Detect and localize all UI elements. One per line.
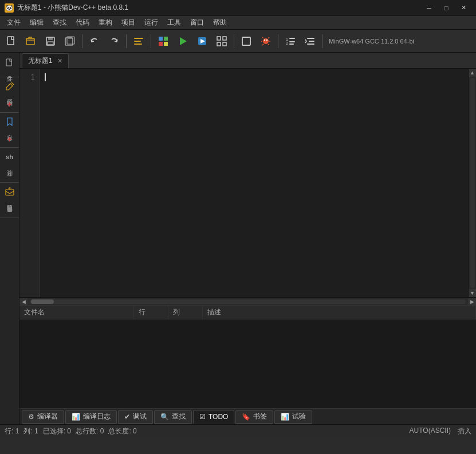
svg-rect-1 — [26, 38, 34, 45]
svg-point-23 — [263, 38, 269, 44]
editor-tab[interactable]: 无标题1 ✕ — [22, 53, 69, 68]
svg-rect-37 — [307, 38, 314, 39]
trial-tab-icon: 📊 — [281, 413, 289, 421]
sidebar-group-file: 文件 — [0, 55, 19, 77]
bottom-tab-todo[interactable]: ☑TODO — [193, 410, 234, 424]
compile-log-tab-icon: 📊 — [72, 413, 80, 421]
compiler-tab-icon: ⚙ — [28, 413, 34, 421]
menu-item-运行[interactable]: 运行 — [140, 17, 163, 29]
svg-rect-40 — [6, 59, 11, 66]
box-icon — [4, 186, 15, 198]
svg-rect-21 — [223, 42, 226, 46]
svg-rect-4 — [48, 42, 53, 45]
sidebar-group-edit: 层编辑 + — [0, 78, 19, 113]
sidebar-box-label: 操题匣 — [6, 198, 14, 204]
toolbar-sep-2 — [126, 34, 127, 48]
minimize-button[interactable]: ─ — [421, 2, 437, 14]
bookmarks-tab-label: 书签 — [253, 412, 267, 421]
svg-marker-42 — [7, 118, 12, 125]
line-num-button[interactable]: 1 2 — [281, 32, 300, 50]
menu-item-代码[interactable]: 代码 — [71, 17, 94, 29]
code-content[interactable] — [40, 69, 468, 297]
code-editor[interactable]: 1 — [19, 69, 468, 297]
status-row: 行: 1 — [5, 427, 19, 436]
menu-item-文件[interactable]: 文件 — [2, 17, 25, 29]
vscroll-up-arrow[interactable]: ▲ — [469, 69, 477, 77]
search-tab-icon: 🔍 — [160, 413, 169, 421]
bottom-tab-bookmarks[interactable]: 🔖书签 — [235, 410, 273, 424]
save-all-button[interactable] — [61, 32, 79, 50]
redo-button[interactable] — [105, 32, 123, 50]
sidebar-edit-label: 层编辑 — [6, 92, 14, 98]
menu-item-工具[interactable]: 工具 — [163, 17, 186, 29]
menu-item-窗口[interactable]: 窗口 — [186, 17, 209, 29]
menu-item-重构[interactable]: 重构 — [94, 17, 117, 29]
tab-close-button[interactable]: ✕ — [57, 57, 62, 65]
bottom-tab-debug[interactable]: ✔调试 — [118, 410, 153, 424]
bottom-tab-search[interactable]: 🔍查找 — [154, 410, 192, 424]
open-file-button[interactable] — [22, 32, 40, 50]
svg-point-25 — [266, 39, 267, 40]
bottom-tab-compiler[interactable]: ⚙编译器 — [22, 410, 64, 424]
sidebar-mark-label: 定标 — [6, 128, 14, 133]
undo-button[interactable] — [85, 32, 104, 50]
svg-rect-35 — [289, 41, 295, 42]
menu-bar: 文件编辑查找代码重构项目运行工具窗口帮助 — [0, 16, 476, 30]
toolbar: 1 2 MinGW-w64 GCC 11.2.0 64-bi — [0, 30, 476, 53]
edit-icon — [4, 81, 15, 92]
grid-button[interactable] — [213, 32, 231, 50]
svg-line-26 — [262, 37, 263, 38]
svg-point-24 — [264, 39, 265, 40]
sidebar-group-plan: sh 计划 d — [0, 149, 19, 183]
menu-item-项目[interactable]: 项目 — [117, 17, 140, 29]
file-icon — [4, 57, 15, 69]
bottom-tab-compile-log[interactable]: 📊编译日志 — [65, 410, 117, 424]
svg-rect-12 — [164, 37, 168, 41]
svg-line-30 — [262, 44, 263, 45]
col-header-filename: 文件名 — [19, 306, 134, 319]
toolbar-sep-1 — [82, 34, 82, 48]
sidebar-group-mark: 定标 + — [0, 114, 19, 148]
color-button[interactable] — [154, 32, 172, 50]
close-button[interactable]: ✕ — [455, 2, 471, 14]
toolbar-sep-4 — [234, 34, 234, 48]
vscroll-track[interactable] — [470, 78, 475, 288]
menu-item-编辑[interactable]: 编辑 — [25, 17, 48, 29]
mark-icon — [4, 116, 15, 128]
status-right: AUTO(ASCII) 插入 — [410, 427, 471, 436]
vscroll-down-arrow[interactable]: ▼ — [469, 289, 477, 297]
code-editor-container: 1 ▲ ▼ — [19, 69, 476, 297]
bottom-tabs: ⚙编译器📊编译日志✔调试🔍查找☑TODO🔖书签📊试验 — [19, 408, 476, 424]
title-bar: 🐼 无标题1 - 小熊猫Dev-C++ beta.0.8.1 ─ □ ✕ — [0, 0, 476, 16]
compiler-tab-label: 编译器 — [37, 412, 58, 421]
tab-label: 无标题1 — [28, 56, 53, 66]
hscroll-left-arrow[interactable]: ◀ — [19, 298, 27, 306]
find-button[interactable] — [129, 32, 148, 50]
debug-button[interactable] — [257, 32, 275, 50]
svg-rect-34 — [289, 38, 295, 39]
svg-rect-45 — [7, 207, 12, 212]
status-insert-mode: 插入 — [458, 427, 471, 436]
app-icon: 🐼 — [5, 3, 14, 13]
todo-tab-icon: ☑ — [199, 413, 206, 421]
box-square-icon — [4, 204, 15, 215]
toolbar-sep-5 — [278, 34, 278, 48]
maximize-button[interactable]: □ — [438, 2, 454, 14]
bottom-tab-trial[interactable]: 📊试验 — [274, 410, 312, 424]
menu-item-查找[interactable]: 查找 — [48, 17, 71, 29]
new-file-button[interactable] — [2, 32, 21, 50]
svg-rect-14 — [164, 42, 168, 46]
box-button[interactable] — [237, 32, 255, 50]
save-file-button[interactable] — [41, 32, 60, 50]
compile-run-button[interactable] — [174, 32, 192, 50]
edit-plus-icon: + — [4, 98, 15, 110]
svg-rect-0 — [7, 37, 14, 45]
menu-item-帮助[interactable]: 帮助 — [209, 17, 231, 29]
debug-run-button[interactable] — [193, 32, 211, 50]
line-num-1: 1 — [19, 72, 35, 82]
hscroll-right-arrow[interactable]: ▶ — [468, 298, 476, 306]
indent-button[interactable] — [301, 32, 319, 50]
hscroll-track[interactable] — [30, 299, 466, 304]
svg-rect-7 — [68, 37, 72, 39]
search-tab-label: 查找 — [172, 412, 186, 421]
